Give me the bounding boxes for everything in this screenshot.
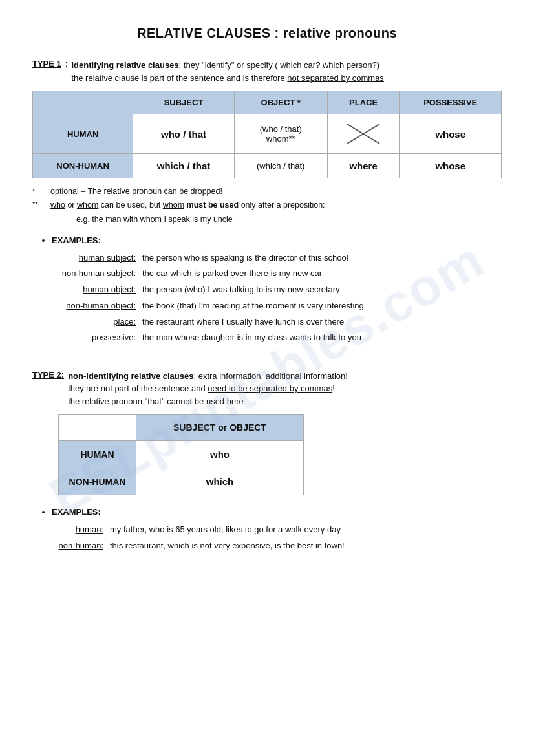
type2-header: TYPE 2: non-identifying relative clauses… [32, 370, 502, 408]
examples2-block: human: my father, who is 65 years old, l… [39, 522, 502, 554]
list-item: possessive: the man whose daughter is in… [39, 330, 502, 346]
examples1-bullet: EXAMPLES: [52, 235, 502, 245]
type2-table: SUBJECT or OBJECT HUMAN who NON-HUMAN wh… [58, 414, 304, 495]
row-human-label: HUMAN [33, 114, 133, 154]
list-item: place: the restaurant where I usually ha… [39, 314, 502, 330]
footnote-2: ** who or whom can be used, but whom mus… [32, 199, 502, 226]
col-empty [33, 91, 133, 114]
examples2-bullet: EXAMPLES: [52, 507, 502, 517]
type2-desc: non-identifying relative clauses: extra … [68, 370, 348, 408]
list-item: human object: the person (who) I was tal… [39, 282, 502, 298]
ex4-label: non-human object: [39, 298, 136, 314]
table-row: NON-HUMAN which [59, 468, 304, 495]
type2-desc2-underline: need to be separated by commas [208, 383, 332, 393]
fn2-example: e.g. the man with whom I speak is my unc… [76, 215, 233, 224]
list-item: non-human: this restaurant, which is not… [39, 538, 502, 554]
type2-col-empty [59, 415, 136, 441]
ex3-label: human object: [39, 282, 136, 298]
ex4-text: the book (that) I'm reading at the momen… [142, 298, 364, 314]
human-object-text: (who / that)whom** [260, 124, 302, 144]
col-place: PLACE [327, 91, 400, 114]
row-nonhuman-place: where [327, 154, 400, 178]
type1-block: TYPE 1 : identifying relative clauses: t… [32, 59, 502, 346]
ex2-2-label: non-human: [39, 538, 103, 554]
fn2-canbused: can be used, but [101, 200, 163, 210]
ex6-text: the man whose daughter is in my class wa… [142, 330, 361, 346]
list-item: human: my father, who is 65 years old, l… [39, 522, 502, 538]
examples2-header: EXAMPLES: [52, 507, 101, 517]
type2-header-row: SUBJECT or OBJECT [59, 415, 304, 441]
ex1-text: the person who is speaking is the direct… [142, 250, 348, 266]
fn2-sym: ** [32, 199, 45, 226]
col-object: OBJECT * [234, 91, 327, 114]
cross-svg [341, 118, 386, 150]
row-nonhuman-possessive: whose [400, 154, 502, 178]
type2-row-human-value: who [136, 441, 304, 468]
type1-header: TYPE 1 : identifying relative clauses: t… [32, 59, 502, 84]
table-header-row: SUBJECT OBJECT * PLACE POSSESSIVE [33, 91, 502, 114]
type2-bold: non-identifying relative clauses [68, 371, 193, 381]
list-item: non-human subject: the car which is park… [39, 266, 502, 282]
fn2-text: who or whom can be used, but whom must b… [50, 199, 325, 226]
row-nonhuman-label: NON-HUMAN [33, 154, 133, 178]
main-table: SUBJECT OBJECT * PLACE POSSESSIVE HUMAN … [32, 91, 502, 178]
fn2-or: or [67, 200, 77, 210]
row-human-object: (who / that)whom** [234, 114, 327, 154]
page-title: RELATIVE CLAUSES : relative pronouns [32, 26, 502, 41]
ex2-label: non-human subject: [39, 266, 136, 282]
fn2-who: who [50, 200, 65, 210]
type2-rest1: : extra information, additional informat… [193, 371, 347, 381]
type2-block: TYPE 2: non-identifying relative clauses… [32, 370, 502, 554]
ex2-1-label: human: [39, 522, 103, 538]
type1-desc: identifying relative clauses: they "iden… [71, 59, 383, 84]
type2-row-nonhuman-label: NON-HUMAN [59, 468, 136, 495]
col-subject: SUBJECT [133, 91, 235, 114]
row-human-place [327, 114, 400, 154]
footnotes: * optional – The relative pronoun can be… [32, 185, 502, 226]
row-nonhuman-subject: which / that [133, 154, 235, 178]
type1-desc2-pre: the relative clause is part of the sente… [71, 73, 287, 83]
examples1-block: human subject: the person who is speakin… [39, 250, 502, 346]
type1-bold: identifying relative clauses [71, 60, 178, 70]
ex3-text: the person (who) I was talking to is my … [142, 282, 340, 298]
type1-colon: : [65, 59, 68, 69]
fn1-text: optional – The relative pronoun can be d… [50, 185, 222, 199]
examples1-header: EXAMPLES: [52, 235, 101, 245]
type2-desc3-pre: the relative pronoun [68, 396, 145, 406]
fn2-whom1: whom [77, 200, 98, 210]
fn2-mustbe: must be used only after a preposition: [187, 200, 325, 210]
type2-row-human-label: HUMAN [59, 441, 136, 468]
table-row: NON-HUMAN which / that (which / that) wh… [33, 154, 502, 178]
type2-desc2-rest: ! [332, 383, 335, 393]
ex2-2-text: this restaurant, which is not very expen… [110, 538, 345, 554]
row-human-possessive: whose [400, 114, 502, 154]
ex6-label: possessive: [39, 330, 136, 346]
type2-label: TYPE 2: [32, 370, 64, 380]
ex1-label: human subject: [39, 250, 136, 266]
ex2-1-text: my father, who is 65 years old, likes to… [110, 522, 341, 538]
ex5-text: the restaurant where I usually have lunc… [142, 314, 344, 330]
col-possessive: POSSESSIVE [400, 91, 502, 114]
type2-col-header: SUBJECT or OBJECT [136, 415, 304, 441]
footnote-1: * optional – The relative pronoun can be… [32, 185, 502, 199]
type1-desc2-underline: not separated by commas [287, 73, 384, 83]
fn2-whom2: whom [163, 200, 184, 210]
list-item: non-human object: the book (that) I'm re… [39, 298, 502, 314]
type1-rest: : they "identify" or specify ( which car… [179, 60, 380, 70]
type2-row-nonhuman-value: which [136, 468, 304, 495]
ex2-text: the car which is parked over there is my… [142, 266, 322, 282]
type2-desc2-pre: they are not part of the sentence and [68, 383, 208, 393]
row-human-subject: who / that [133, 114, 235, 154]
list-item: human subject: the person who is speakin… [39, 250, 502, 266]
table-row: HUMAN who / that (who / that)whom** whos… [33, 114, 502, 154]
ex5-label: place: [39, 314, 136, 330]
type2-desc3-underline: "that" cannot be used here [145, 396, 244, 406]
fn1-sym: * [32, 185, 45, 199]
type1-label: TYPE 1 [32, 59, 61, 69]
row-nonhuman-object: (which / that) [234, 154, 327, 178]
table-row: HUMAN who [59, 441, 304, 468]
